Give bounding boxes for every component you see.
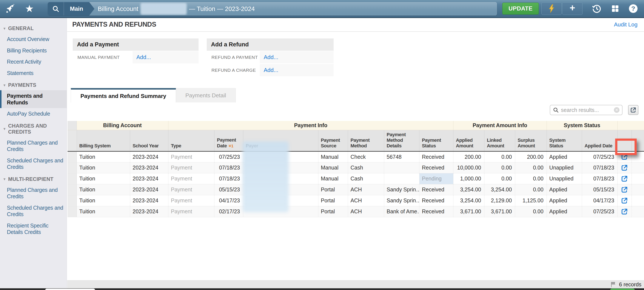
table-row: Tuition 2023-2024 Payment 07/18/23 Manua… xyxy=(68,173,644,184)
page-title-suffix: — Tuition — 2023-2024 xyxy=(189,5,255,12)
clear-search-icon[interactable]: ✕ xyxy=(614,107,620,113)
column-header-linked-amount[interactable]: Linked Amount xyxy=(484,130,515,151)
group-payment-amount-info: Payment Amount Info xyxy=(453,121,546,130)
redacted-account-name xyxy=(140,3,187,15)
search-icon xyxy=(553,107,559,113)
refund-charge-label: REFUND A CHARGE xyxy=(207,64,260,76)
results-search-box: ✕ xyxy=(550,105,622,115)
sidebar-item-account-overview[interactable]: Account Overview xyxy=(0,33,67,45)
column-header-trailing xyxy=(632,130,644,151)
sidebar-item-mr-scheduled-charges[interactable]: Scheduled Charges and Credits xyxy=(0,202,67,220)
add-button[interactable]: + xyxy=(562,2,582,15)
column-header-applied-date[interactable]: Applied Date xyxy=(582,130,617,151)
quick-actions-button[interactable] xyxy=(542,2,562,15)
manual-payment-row: MANUAL PAYMENT Add... xyxy=(73,51,198,63)
column-group-row: Billing Account Payment Info Payment Amo… xyxy=(68,121,644,130)
sidebar-item-recipient-specific-details-credits[interactable]: Recipient Specific Details Credits xyxy=(0,220,67,238)
column-header-type[interactable]: Type xyxy=(168,130,214,151)
sort-chevrons-icon: » xyxy=(227,145,233,147)
column-header-surplus-amount[interactable]: Surplus Amount xyxy=(515,130,546,151)
column-header-payment-method-details[interactable]: Payment Method Details xyxy=(384,130,419,151)
breadcrumb-arrow xyxy=(89,2,94,15)
column-header-school-year[interactable]: School Year xyxy=(130,130,168,151)
open-record-icon[interactable] xyxy=(621,186,628,193)
favorites-star-icon[interactable]: ★ xyxy=(25,4,34,13)
column-header-payment-date[interactable]: Payment Date»1 xyxy=(214,130,243,151)
top-navigation-bar: ★ Main Billing Account — Tuition — 2023-… xyxy=(0,0,644,18)
pending-status-cell: Pending xyxy=(419,173,453,184)
dock-item-white[interactable] xyxy=(45,289,95,290)
column-header-billing-system[interactable]: Billing System xyxy=(76,130,130,151)
column-header-system-status[interactable]: System Status xyxy=(546,130,582,151)
sidebar-section-multi-recipient[interactable]: ▾ MULTI-RECIPIENT xyxy=(0,173,67,184)
update-button[interactable]: UPDATE xyxy=(502,2,539,15)
manual-payment-label: MANUAL PAYMENT xyxy=(73,51,132,63)
breadcrumb-main[interactable]: Main xyxy=(64,2,89,15)
add-payment-title: Add a Payment xyxy=(73,38,198,51)
table-row: Tuition 2023-2024 Payment 07/18/23 Manua… xyxy=(68,162,644,173)
sidebar-item-billing-recipients[interactable]: Billing Recipients xyxy=(0,45,67,56)
page-title-prefix: Billing Account xyxy=(98,5,138,12)
sidebar: ▾ GENERAL Account Overview Billing Recip… xyxy=(0,18,67,288)
sidebar-item-recent-activity[interactable]: Recent Activity xyxy=(0,56,67,67)
add-payment-panel: Add a Payment MANUAL PAYMENT Add... xyxy=(73,38,198,76)
page-title: Billing Account — Tuition — 2023-2024 xyxy=(98,2,255,15)
open-record-icon[interactable] xyxy=(621,164,628,171)
collapse-triangle-icon: ▾ xyxy=(4,26,6,30)
table-row: Tuition 2023-2024 Payment 02/17/23 Porta… xyxy=(68,206,644,217)
sidebar-item-payments-and-refunds[interactable]: Payments and Refunds xyxy=(0,90,67,108)
heading-divider xyxy=(67,31,644,32)
breadcrumb: Main Billing Account — Tuition — 2023-20… xyxy=(48,2,497,15)
audit-log-link[interactable]: Audit Log xyxy=(614,21,638,28)
collapse-triangle-icon: ▾ xyxy=(4,127,6,131)
payer-cell xyxy=(243,162,318,173)
sort-indicator: »1 xyxy=(229,143,234,148)
tab-payments-and-refund-summary[interactable]: Payments and Refund Summary xyxy=(71,88,176,103)
refund-charge-row: REFUND A CHARGE Add... xyxy=(207,64,334,76)
apps-grid-icon[interactable] xyxy=(611,4,620,13)
column-header-payment-source[interactable]: Payment Source xyxy=(318,130,348,151)
open-record-icon[interactable] xyxy=(621,197,628,204)
manual-payment-add-link[interactable]: Add... xyxy=(136,54,151,61)
refund-payment-row: REFUND A PAYMENT Add... xyxy=(207,51,334,63)
sidebar-item-planned-charges[interactable]: Planned Charges and Credits xyxy=(0,137,67,155)
tab-payments-detail[interactable]: Payments Detail xyxy=(176,88,236,103)
column-header-payment-status[interactable]: Payment Status xyxy=(419,130,453,151)
sidebar-item-mr-planned-charges[interactable]: Planned Charges and Credits xyxy=(0,184,67,202)
group-trailing xyxy=(617,121,644,130)
sidebar-section-charges-and-credits[interactable]: ▾ CHARGES AND CREDITS xyxy=(0,120,67,137)
dock-item-green[interactable] xyxy=(610,289,634,290)
help-icon[interactable]: ? xyxy=(629,4,638,13)
search-icon[interactable] xyxy=(48,2,64,15)
search-input[interactable] xyxy=(561,107,612,113)
sidebar-section-general[interactable]: ▾ GENERAL xyxy=(0,22,67,33)
sidebar-section-payments[interactable]: ▾ PAYMENTS xyxy=(0,79,67,90)
open-record-icon[interactable] xyxy=(621,175,628,182)
table-row: Tuition 2023-2024 Payment 04/17/23 Porta… xyxy=(68,195,644,206)
sidebar-item-statements[interactable]: Statements xyxy=(0,67,67,79)
open-record-icon[interactable] xyxy=(621,208,628,215)
add-refund-panel: Add a Refund REFUND A PAYMENT Add... REF… xyxy=(207,38,334,76)
open-record-icon[interactable] xyxy=(621,153,628,160)
payer-cell xyxy=(243,151,318,162)
column-header-payment-method[interactable]: Payment Method xyxy=(348,130,384,151)
rocket-icon[interactable] xyxy=(6,4,16,13)
main-content: PAYMENTS AND REFUNDS Audit Log Add a Pay… xyxy=(67,18,644,288)
refund-charge-add-link[interactable]: Add... xyxy=(264,67,278,73)
column-header-applied-amount[interactable]: Applied Amount xyxy=(453,130,484,151)
group-payment-info: Payment Info xyxy=(168,121,453,130)
records-flag-icon xyxy=(610,281,616,288)
manual-payment-field: Add... xyxy=(132,51,198,63)
history-icon[interactable] xyxy=(592,4,602,13)
payer-cell xyxy=(243,184,318,195)
refund-payment-add-link[interactable]: Add... xyxy=(264,54,278,61)
tab-bar: Payments and Refund Summary Payments Det… xyxy=(71,88,236,103)
sidebar-item-scheduled-charges[interactable]: Scheduled Charges and Credits xyxy=(0,155,67,173)
open-results-external-button[interactable] xyxy=(628,105,638,115)
group-system-status: System Status xyxy=(546,121,617,130)
sidebar-item-autopay-schedule[interactable]: AutoPay Schedule xyxy=(0,108,67,120)
payer-cell xyxy=(243,195,318,206)
collapse-triangle-icon: ▾ xyxy=(4,177,6,181)
column-header-payer[interactable]: Payer xyxy=(243,130,318,151)
record-count: 6 records xyxy=(619,282,642,288)
